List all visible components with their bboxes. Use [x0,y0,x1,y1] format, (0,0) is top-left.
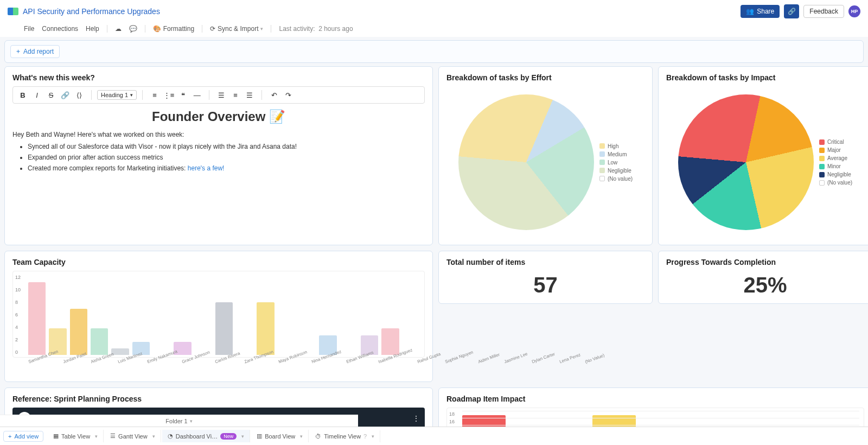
last-activity: Last activity: 2 hours ago [279,25,353,33]
swatch-icon [599,176,605,181]
card-title: Roadmap Item Impact [446,395,864,403]
effort-legend: HighMediumLowNegligible(No value) [599,143,633,182]
app-header: API Security and Performance Upgrades 👥 … [0,0,868,23]
editor-toolbar: B I S 🔗 ⟨⟩ Heading 1▾ ≡ ⋮≡ ❝ — ☰ ≡ ☰ [12,86,425,104]
x-label: Sophia Nguyen [444,349,477,374]
refresh-icon: ⟳ [210,25,215,33]
founder-intro: Hey Beth and Wayne! Here's what we worke… [12,131,425,138]
page-title: API Security and Performance Upgrades [23,7,160,16]
strike-button[interactable]: S [44,89,58,101]
menu-file[interactable]: File [24,25,34,33]
bar [257,302,274,355]
feedback-button[interactable]: Feedback [803,5,844,18]
ul-button[interactable]: ⋮≡ [162,89,175,101]
align-left-button[interactable]: ☰ [215,89,228,101]
copy-link-button[interactable]: 🔗 [784,4,799,18]
tab-timeline-view[interactable]: ⏱ Timeline View ? ▾ [310,430,380,442]
ol-button[interactable]: ≡ [148,89,161,101]
share-label: Share [757,8,774,15]
impact-legend: CriticalMajorAverageMinorNegligible(No v… [819,139,852,186]
swatch-icon [599,143,605,149]
chevron-down-icon: ▾ [130,92,133,98]
separator [145,25,145,33]
link-icon: 🔗 [788,8,796,15]
bold-button[interactable]: B [16,89,29,101]
link-button[interactable]: 🔗 [59,89,72,101]
x-label: Aiden Miller [477,352,504,374]
align-center-button[interactable]: ≡ [229,89,242,101]
menu-formatting[interactable]: 🎨Formatting [153,25,194,33]
x-label: Jasmine Lee [503,351,532,374]
legend-item: Negligible [819,171,852,177]
kpi-value: 57 [446,271,644,302]
swatch-icon [819,180,825,186]
add-view-button[interactable]: + Add view [3,431,43,442]
bar [215,302,233,355]
code-button[interactable]: ⟨⟩ [73,89,86,101]
share-button[interactable]: 👥 Share [741,5,780,18]
cloud-icon[interactable]: ☁ [115,25,122,33]
bar [28,282,46,355]
quote-button[interactable]: ❝ [176,89,189,101]
chevron-down-icon: ▾ [260,26,263,31]
x-label: (No Value) [584,353,609,374]
dashboard-grid: What's new this week? B I S 🔗 ⟨⟩ Heading… [0,66,868,445]
swatch-icon [819,139,825,145]
undo-button[interactable]: ↶ [267,89,280,101]
swatch-icon [599,151,605,157]
folder-tab-row: Folder 1 ▾ [0,415,358,427]
italic-button[interactable]: I [30,89,43,101]
chevron-down-icon: ▾ [372,434,374,439]
kpi-progress: Progress Towards Completion 25% [658,251,868,304]
folder-tab[interactable]: Folder 1 [165,418,187,424]
add-report-button[interactable]: + Add report [10,45,60,58]
marketing-link[interactable]: here's a few! [188,164,225,172]
card-title: Breakdown of tasks by Effort [446,73,644,82]
redo-button[interactable]: ↷ [282,89,295,101]
tab-gantt-view[interactable]: ☰ Gantt View ▾ [105,430,161,442]
menu-sync[interactable]: ⟳Sync & Import ▾ [210,25,263,33]
legend-item: Low [599,160,633,166]
pie-icon: ◔ [168,433,173,440]
more-icon[interactable]: ⋮ [413,415,419,422]
effort-pie-chart [458,94,594,230]
align-right-button[interactable]: ☰ [243,89,256,101]
menubar: File Connections Help ☁ 💬 🎨Formatting ⟳S… [0,23,868,37]
tab-table-view[interactable]: ▦ Table View ▾ [48,430,104,442]
help-icon: ? [363,433,367,440]
swatch-icon [819,156,825,161]
chevron-down-icon: ▾ [152,434,155,439]
comment-icon[interactable]: 💬 [129,25,137,33]
tab-board-view[interactable]: ▥ Board View ▾ [251,430,309,442]
menu-help[interactable]: Help [86,25,99,33]
x-label: Dylan Carter [531,352,559,374]
card-title: Progress Towards Completion [666,258,864,266]
user-avatar[interactable]: HP [848,5,860,17]
tab-dashboard-view[interactable]: ◔ Dashboard Vi… New ▾ [162,430,250,442]
bar [70,309,87,355]
card-title: Reference: Sprint Planning Process [12,395,425,403]
card-title: Total number of items [446,258,644,266]
add-report-row: + Add report [4,40,864,63]
menu-connections[interactable]: Connections [42,25,78,33]
list-item: Created more complex reports for Marketi… [28,164,425,172]
impact-pie-card: Breakdown of tasks by Impact CriticalMaj… [658,66,868,245]
heading-select[interactable]: Heading 1▾ [97,90,137,100]
legend-item: Medium [599,151,633,157]
effort-card: Breakdown of tasks by Effort HighMediumL… [438,66,653,245]
chevron-down-icon: ▾ [241,434,244,439]
hr-button[interactable]: — [190,89,203,101]
card-title: Breakdown of tasks by Impact [666,73,864,82]
app-logo-icon [8,8,18,15]
bar [381,328,399,355]
y-axis: 121086420 [15,275,21,355]
card-title: Team Capacity [12,258,425,266]
board-icon: ▥ [257,433,262,440]
kpi-value: 25% [666,271,864,302]
legend-item: Major [819,147,852,153]
legend-item: Average [819,155,852,161]
x-axis-labels: Samantha ChenJordan PatelAisha GreenLuis… [12,360,425,375]
bar [111,348,129,355]
legend-item: Negligible [599,168,633,174]
founder-heading: Founder Overview 📝 [12,109,425,124]
